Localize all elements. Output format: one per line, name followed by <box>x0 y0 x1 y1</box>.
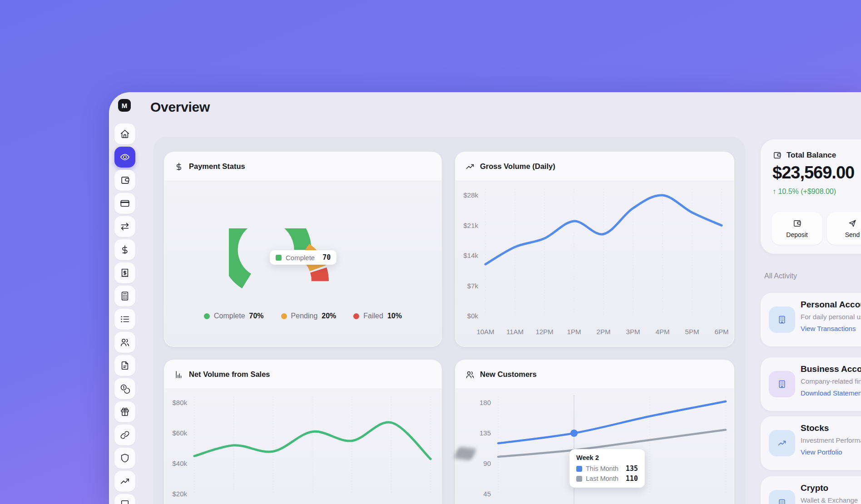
sidebar-item-credit-card[interactable] <box>114 193 135 214</box>
tooltip-row: This Month 135 <box>576 464 638 473</box>
sidebar-item-wallet[interactable] <box>114 170 135 191</box>
svg-text:$0k: $0k <box>467 312 479 320</box>
gauge-legend: Complete 70% Pending 20% Failed 10% <box>164 312 441 320</box>
page-title: Overview <box>150 99 210 115</box>
svg-text:12PM: 12PM <box>535 328 553 336</box>
dollar-icon <box>174 162 183 171</box>
send-button[interactable]: Send <box>827 212 861 245</box>
activity-icon-square <box>769 490 795 504</box>
activity-icon-square <box>769 371 795 397</box>
sidebar-item-list[interactable] <box>114 309 135 330</box>
svg-text:$7k: $7k <box>467 282 479 290</box>
svg-text:11AM: 11AM <box>506 328 524 336</box>
shield-icon <box>120 453 130 463</box>
building-icon <box>777 380 787 389</box>
svg-text:1PM: 1PM <box>567 328 581 336</box>
activity-title: Crypto <box>801 483 828 493</box>
sidebar-item-link[interactable] <box>114 425 135 445</box>
new-customers-card: New Customers 1801359045 Week 2 This Mon… <box>455 360 734 504</box>
wallet-icon <box>772 151 782 160</box>
svg-text:10AM: 10AM <box>476 328 494 336</box>
activity-subtitle: Wallet & Exchange <box>801 496 858 504</box>
gift-icon <box>120 407 130 417</box>
activity-title: Stocks <box>801 423 829 433</box>
tooltip-label: Complete <box>286 254 315 262</box>
activity-item-personal-account[interactable]: Personal Account For daily personal use … <box>761 293 861 346</box>
card-title: New Customers <box>480 370 537 379</box>
legend-label: Pending <box>291 312 318 320</box>
deposit-button-label: Deposit <box>786 231 807 238</box>
svg-text:$40k: $40k <box>172 460 187 467</box>
gross-volume-chart: $28k$21k$14k$7k$0k10AM11AM12PM1PM2PM3PM4… <box>455 181 734 346</box>
coins-icon <box>120 384 130 394</box>
tooltip-value: 70 <box>322 253 331 262</box>
desktop-background: M Overview Payment Status Complete 70 <box>0 0 861 504</box>
sidebar-item-home[interactable] <box>114 124 135 144</box>
card-title: Net Volume from Sales <box>189 370 270 379</box>
activity-icon-square <box>769 430 795 456</box>
sidebar-item-shield[interactable] <box>114 448 135 469</box>
tooltip-label: Last Month <box>586 475 619 482</box>
sidebar-item-gift[interactable] <box>114 401 135 422</box>
net-volume-card: Net Volume from Sales $80k$60k$40k$20k <box>164 360 442 504</box>
send-icon <box>848 219 857 228</box>
activity-item-stocks[interactable]: Stocks Investment Performance View Portf… <box>761 416 861 470</box>
sidebar-item-document[interactable] <box>114 355 135 376</box>
net-volume-header: Net Volume from Sales <box>164 360 441 389</box>
deposit-button[interactable]: Deposit <box>772 212 822 245</box>
svg-text:45: 45 <box>483 490 491 498</box>
building-icon <box>777 499 787 504</box>
legend-item: Failed 10% <box>353 312 402 320</box>
tooltip-label: This Month <box>586 465 619 472</box>
sidebar-item-eye[interactable] <box>114 147 135 168</box>
svg-text:6PM: 6PM <box>715 328 729 336</box>
send-icon <box>848 219 857 228</box>
svg-text:$60k: $60k <box>172 429 187 437</box>
svg-text:$20k: $20k <box>172 490 187 498</box>
legend-label: Failed <box>363 312 383 320</box>
activity-item-crypto[interactable]: Crypto Wallet & Exchange <box>761 476 861 504</box>
users-icon <box>120 337 130 347</box>
view-transactions-link[interactable]: View Transactions <box>801 325 856 332</box>
svg-text:$28k: $28k <box>463 191 478 199</box>
sidebar-item-calculator[interactable] <box>114 286 135 306</box>
trending-up-icon <box>120 476 130 486</box>
app-logo[interactable]: M <box>118 99 131 112</box>
svg-text:3PM: 3PM <box>626 328 640 336</box>
dashboard-window: M Overview Payment Status Complete 70 <box>109 92 861 504</box>
sidebar-item-dollar[interactable] <box>114 239 135 260</box>
tooltip-row: Last Month 110 <box>576 474 638 483</box>
tooltip-value: 110 <box>626 474 638 483</box>
activity-item-business-account[interactable]: Business Account Company-related finance… <box>761 357 861 411</box>
sidebar-item-users[interactable] <box>114 332 135 353</box>
home-icon <box>120 129 130 139</box>
svg-text:4PM: 4PM <box>656 328 670 336</box>
wallet-icon <box>772 151 782 160</box>
legend-value: 20% <box>322 312 336 320</box>
sidebar-item-receipt[interactable] <box>114 262 135 283</box>
download-statement-link[interactable]: Download Statement <box>801 389 861 397</box>
view-portfolio-link[interactable]: View Portfolio <box>801 448 842 456</box>
total-balance-amount: $23,569.00 <box>772 163 854 183</box>
calculator-icon <box>120 291 130 301</box>
net-volume-chart: $80k$60k$40k$20k <box>164 389 441 504</box>
sidebar-item-device[interactable] <box>114 494 135 504</box>
activity-icon-square <box>769 306 795 333</box>
sidebar-item-coins[interactable] <box>114 378 135 399</box>
sidebar-item-transfers[interactable] <box>114 216 135 237</box>
svg-text:$14k: $14k <box>463 252 478 259</box>
wallet-icon <box>792 219 802 228</box>
bar-chart-icon <box>174 370 183 379</box>
dollar-icon <box>120 245 130 255</box>
trending-up-icon <box>777 439 787 448</box>
bar-chart-icon <box>174 370 183 379</box>
gauge-tooltip: Complete 70 <box>270 250 336 265</box>
legend-dot <box>281 313 287 319</box>
legend-label: Complete <box>214 312 245 320</box>
sidebar-item-trending-up[interactable] <box>114 471 135 492</box>
wallet-icon <box>120 175 130 185</box>
total-balance-label: Total Balance <box>787 151 836 160</box>
gross-volume-header: Gross Volume (Daily) <box>455 152 734 181</box>
balance-change: ↑ 10.5% (+$908.00) <box>772 188 836 196</box>
svg-text:5PM: 5PM <box>685 328 699 336</box>
